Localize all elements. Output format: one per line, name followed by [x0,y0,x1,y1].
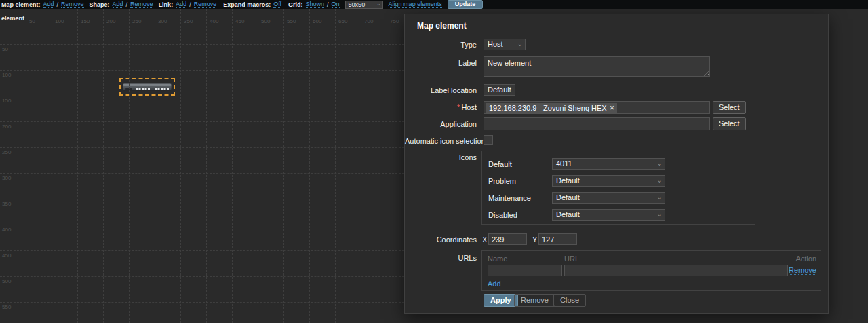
url-add-link[interactable]: Add [488,280,501,288]
chevron-down-icon: ⌄ [657,176,663,185]
align-map-elements-link[interactable]: Align map elements [389,1,442,8]
selected-map-element[interactable] [119,78,175,96]
icons-label: Icons [405,153,477,162]
icon-disabled-label: Disabled [488,211,517,219]
url-value-input[interactable] [564,265,788,276]
grid-y-tick-label: 200 [2,124,11,130]
required-asterisk: * [457,103,460,111]
map-element-dialog: Map element Type Host ⌄ Label New elemen… [404,14,829,314]
chevron-down-icon: ⌄ [657,210,663,219]
host-chip: 192.168.230.9 - Zovuni Shenq HEX ✕ [486,103,617,113]
link-remove-link[interactable]: Remove [194,1,217,8]
coordinate-y-label: Y [532,235,537,244]
icon-default-label: Default [488,160,512,168]
coordinate-x-label: X [482,235,487,244]
grid-line-horizontal [0,70,404,71]
grid-shown-toggle[interactable]: Shown [306,1,325,8]
label-textarea[interactable]: New element [484,56,710,77]
grid-x-tick-label: 400 [210,18,218,24]
icon-maintenance-select[interactable]: Default ⌄ [552,192,665,204]
urls-col-name: Name [488,254,507,263]
grid-line-horizontal [0,96,404,96]
grid-size-select[interactable]: 50x50 ⌄ [345,1,383,9]
grid-x-tick-label: 450 [235,18,244,24]
grid-line-horizontal [0,250,404,251]
map-element-remove-link[interactable]: Remove [61,1,84,8]
host-label: *Host [405,103,477,111]
shape-group-label: Shape: [90,1,110,8]
expand-macros-toggle[interactable]: Off [273,1,281,8]
grid-line-horizontal [0,225,404,225]
grid-y-tick-label: 400 [2,227,11,233]
grid-x-tick-label: 700 [364,18,373,24]
remove-button[interactable]: Remove [514,294,555,307]
grid-x-tick-label: 300 [158,18,167,24]
link-group-label: Link: [159,1,174,8]
application-input[interactable] [484,117,710,130]
grid-line-horizontal [0,173,404,174]
icon-default-select[interactable]: 4011 ⌄ [552,158,665,170]
grid-y-tick-label: 450 [2,252,11,259]
label-location-select[interactable]: Default ⌄ [484,84,515,96]
grid-x-tick-label: 350 [184,18,193,24]
map-element-group-label: Map element: [1,1,41,8]
shape-remove-link[interactable]: Remove [130,1,153,8]
chevron-down-icon: ⌄ [657,159,663,168]
grid-x-tick-label: 750 [390,18,399,24]
chevron-down-icon: ⌄ [657,193,663,202]
grid-x-tick-label: 500 [261,18,270,24]
map-editor-toolbar: Map element: Add / Remove Shape: Add / R… [0,0,868,9]
update-button[interactable]: Update [448,0,484,9]
urls-col-url: URL [564,254,579,263]
grid-y-tick-label: 250 [2,149,11,155]
type-select[interactable]: Host ⌄ [484,39,526,50]
grid-x-tick-label: 100 [55,18,64,24]
url-remove-link[interactable]: Remove [789,266,816,275]
grid-line-horizontal [0,147,404,148]
close-button[interactable]: Close [553,294,586,307]
host-chip-text: 192.168.230.9 - Zovuni Shenq HEX [489,103,607,113]
grid-x-tick-label: 650 [338,18,347,24]
url-name-input[interactable] [488,265,562,276]
type-label: Type [405,41,477,49]
map-corner-element-label: element [1,15,24,22]
urls-label: URLs [405,254,477,262]
chip-remove-icon[interactable]: ✕ [610,103,615,113]
application-select-button[interactable]: Select [713,117,746,130]
link-add-link[interactable]: Add [176,1,186,8]
coordinates-label: Coordinates [405,235,477,244]
application-label: Application [405,120,477,128]
grid-line-horizontal [0,199,404,200]
coordinate-x-input[interactable] [488,233,527,245]
map-element-add-link[interactable]: Add [43,1,54,8]
auto-icon-label: Automatic icon selection [405,137,477,145]
host-multiselect[interactable]: 192.168.230.9 - Zovuni Shenq HEX ✕ [484,101,710,114]
grid-x-tick-label: 600 [313,18,321,24]
shape-add-link[interactable]: Add [113,1,123,8]
urls-groupbox: Name URL Action Remove Add [481,250,821,291]
grid-line-horizontal [0,44,404,45]
separator: / [57,1,59,8]
icon-maintenance-label: Maintenance [488,194,531,202]
grid-y-tick-label: 350 [2,201,11,207]
grid-snap-toggle[interactable]: On [332,1,340,8]
auto-icon-checkbox[interactable] [484,135,493,145]
grid-size-value: 50x50 [349,1,366,8]
icon-disabled-select[interactable]: Default ⌄ [552,209,665,221]
coordinate-y-input[interactable] [538,233,577,245]
grid-x-tick-label: 550 [287,18,296,24]
grid-y-tick-label: 150 [2,98,11,104]
chevron-down-icon: ⌄ [507,85,513,94]
host-select-button[interactable]: Select [713,101,746,114]
grid-x-tick-label: 50 [29,18,35,24]
icons-groupbox: Default 4011 ⌄ Problem Default ⌄ Mainten… [481,151,755,225]
icon-problem-label: Problem [488,177,516,185]
apply-button[interactable]: Apply [484,294,518,307]
grid-y-tick-label: 500 [2,278,11,284]
grid-y-tick-label: 100 [2,72,11,78]
icon-problem-select[interactable]: Default ⌄ [552,175,665,187]
grid-label: Grid: [288,1,303,8]
grid-line-horizontal [0,302,404,303]
dialog-title: Map element [417,21,467,31]
chevron-down-icon: ⌄ [517,39,523,49]
